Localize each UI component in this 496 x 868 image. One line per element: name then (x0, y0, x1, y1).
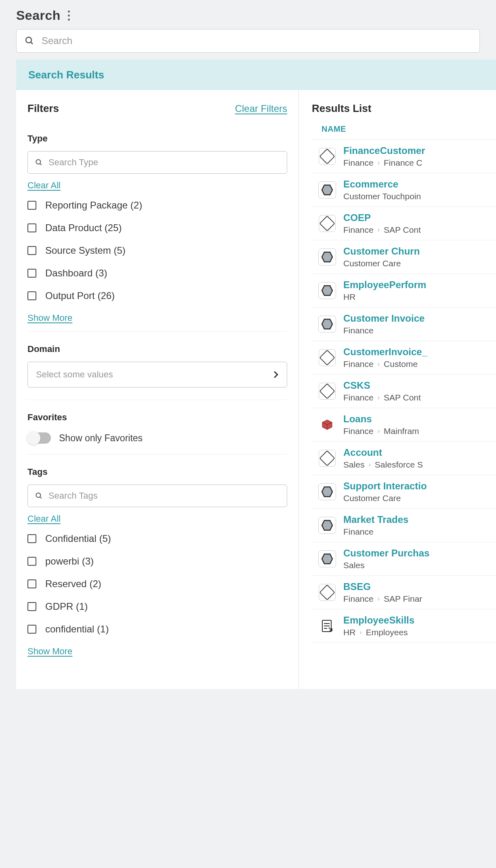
tags-checkbox-row[interactable]: GDPR (1) (27, 601, 287, 612)
filter-type-input[interactable] (48, 157, 280, 168)
search-input[interactable] (42, 35, 471, 46)
result-path: Customer Touchpoin (343, 192, 421, 201)
type-checkbox-row[interactable]: Data Product (25) (27, 222, 287, 234)
filter-section-domain: Domain Select some values (27, 344, 287, 400)
filter-tags-input[interactable] (48, 491, 280, 501)
result-path: Customer Care (343, 259, 420, 268)
result-row[interactable]: EmployeeSkillsHR›Employees (312, 609, 496, 643)
checkbox-icon[interactable] (27, 223, 36, 232)
checkbox-icon[interactable] (27, 269, 36, 278)
result-row[interactable]: Support InteractioCustomer Care (312, 475, 496, 509)
hexagon-icon (319, 182, 335, 198)
type-checkbox-row[interactable]: Source System (5) (27, 245, 287, 256)
result-name[interactable]: Ecommerce (343, 179, 421, 190)
checkbox-icon[interactable] (27, 602, 36, 611)
page-title: Search (16, 8, 61, 23)
result-name[interactable]: CSKS (343, 380, 421, 391)
diamond-icon (319, 383, 335, 399)
checkbox-icon[interactable] (27, 557, 36, 566)
filter-section-type: Type Clear All Reporting Package (2)Data… (27, 133, 287, 332)
chevron-right-icon: › (378, 394, 380, 401)
diamond-icon (319, 215, 335, 232)
filter-tags-show-more[interactable]: Show More (27, 646, 72, 656)
result-name[interactable]: Customer Purchas (343, 548, 429, 559)
filter-type-title: Type (27, 133, 287, 144)
tags-checkbox-row[interactable]: Confidential (5) (27, 533, 287, 544)
result-row[interactable]: AccountSales›Salesforce S (312, 442, 496, 475)
chevron-right-icon: › (378, 595, 380, 603)
chevron-right-icon: › (378, 360, 380, 368)
result-row[interactable]: EmployeePerformHR (312, 274, 496, 308)
result-path: Finance›Finance C (343, 158, 425, 168)
type-checkbox-row[interactable]: Output Port (26) (27, 290, 287, 301)
result-path: HR›Employees (343, 628, 414, 637)
result-name[interactable]: Account (343, 447, 423, 458)
results-banner: Search Results (16, 60, 496, 90)
tags-checkbox-label: Reserved (2) (45, 578, 101, 590)
result-name[interactable]: BSEG (343, 581, 422, 592)
cube-icon (319, 417, 335, 433)
filter-domain-placeholder: Select some values (36, 369, 113, 380)
result-name[interactable]: Loans (343, 413, 419, 425)
more-icon[interactable] (68, 11, 70, 21)
svg-point-0 (26, 37, 32, 43)
svg-line-3 (40, 163, 42, 165)
favorites-toggle[interactable] (27, 432, 51, 444)
result-path: Finance (343, 527, 408, 537)
filter-type-show-more[interactable]: Show More (27, 313, 72, 323)
type-checkbox-row[interactable]: Reporting Package (2) (27, 200, 287, 211)
result-row[interactable]: BSEGFinance›SAP Finar (312, 576, 496, 609)
tags-checkbox-row[interactable]: powerbi (3) (27, 556, 287, 567)
result-name[interactable]: EmployeeSkills (343, 615, 414, 626)
filter-domain-select[interactable]: Select some values (27, 362, 287, 388)
chevron-right-icon (273, 371, 279, 379)
type-checkbox-label: Source System (5) (45, 245, 126, 256)
filter-type-search[interactable] (27, 151, 287, 174)
result-path: Finance›Custome (343, 359, 427, 369)
result-row[interactable]: Customer InvoiceFinance (312, 308, 496, 341)
checkbox-icon[interactable] (27, 579, 36, 588)
filter-section-favorites: Favorites Show only Favorites (27, 412, 287, 455)
hexagon-icon (319, 517, 335, 533)
result-path: Finance›SAP Cont (343, 225, 421, 235)
result-name[interactable]: FinanceCustomer (343, 145, 425, 156)
result-name[interactable]: COEP (343, 212, 421, 223)
result-name[interactable]: Market Trades (343, 514, 408, 525)
doc-icon (319, 618, 335, 634)
result-path: Finance›SAP Finar (343, 594, 422, 604)
filter-type-clear-all[interactable]: Clear All (27, 180, 61, 191)
checkbox-icon[interactable] (27, 246, 36, 255)
tags-checkbox-row[interactable]: confidential (1) (27, 624, 287, 635)
result-name[interactable]: CustomerInvoice_ (343, 346, 427, 358)
result-name[interactable]: Support Interactio (343, 480, 427, 492)
result-name[interactable]: Customer Churn (343, 246, 420, 257)
search-icon (25, 36, 34, 46)
result-row[interactable]: CSKSFinance›SAP Cont (312, 375, 496, 408)
results-list-title: Results List (312, 102, 496, 115)
result-row[interactable]: Customer PurchasSales (312, 542, 496, 576)
checkbox-icon[interactable] (27, 291, 36, 300)
chevron-right-icon: › (378, 159, 380, 166)
svg-marker-8 (322, 286, 332, 295)
results-col-name[interactable]: NAME (312, 124, 496, 140)
checkbox-icon[interactable] (27, 534, 36, 543)
search-bar[interactable] (16, 29, 480, 53)
result-row[interactable]: FinanceCustomerFinance›Finance C (312, 140, 496, 173)
result-row[interactable]: Customer ChurnCustomer Care (312, 240, 496, 274)
result-row[interactable]: CustomerInvoice_Finance›Custome (312, 341, 496, 375)
result-row[interactable]: LoansFinance›Mainfram (312, 408, 496, 442)
clear-filters-button[interactable]: Clear Filters (235, 103, 287, 114)
result-name[interactable]: EmployeePerform (343, 279, 426, 291)
chevron-right-icon: › (369, 461, 371, 468)
result-row[interactable]: EcommerceCustomer Touchpoin (312, 173, 496, 207)
result-row[interactable]: COEPFinance›SAP Cont (312, 207, 496, 240)
filter-tags-search[interactable] (27, 485, 287, 507)
type-checkbox-row[interactable]: Dashboard (3) (27, 268, 287, 279)
filter-tags-clear-all[interactable]: Clear All (27, 514, 61, 524)
result-path: HR (343, 292, 426, 302)
result-row[interactable]: Market TradesFinance (312, 509, 496, 542)
checkbox-icon[interactable] (27, 625, 36, 634)
tags-checkbox-row[interactable]: Reserved (2) (27, 578, 287, 590)
result-name[interactable]: Customer Invoice (343, 313, 425, 324)
checkbox-icon[interactable] (27, 201, 36, 210)
